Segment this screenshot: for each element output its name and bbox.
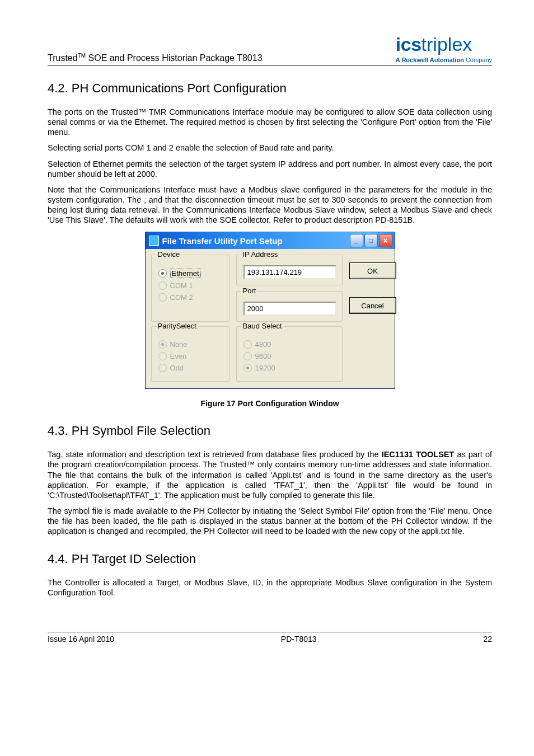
dialog-titlebar[interactable]: File Transfer Utility Port Setup _ □ × bbox=[146, 232, 395, 249]
logo-text-1: ics bbox=[396, 34, 421, 55]
heading-4-3: 4.3. PH Symbol File Selection bbox=[48, 424, 492, 438]
logo-tagline: A Rockwell Automation Company bbox=[396, 57, 492, 63]
radio-icon bbox=[158, 364, 167, 372]
port-group: Port bbox=[236, 291, 343, 322]
baud-legend: Baud Select bbox=[241, 322, 284, 330]
radio-parity-even: Even bbox=[158, 352, 223, 360]
parity-legend: ParitySelect bbox=[156, 322, 198, 330]
radio-icon bbox=[158, 269, 167, 278]
figure-17-caption: Figure 17 Port Configuration Window bbox=[200, 399, 339, 408]
radio-ethernet[interactable]: Ethernet bbox=[158, 269, 223, 278]
radio-baud-4800: 4800 bbox=[243, 340, 336, 349]
baud-group: Baud Select 4800 9600 19200 bbox=[236, 326, 343, 382]
radio-icon bbox=[158, 352, 167, 360]
minimize-button[interactable]: _ bbox=[350, 234, 363, 247]
radio-icon bbox=[243, 340, 252, 349]
ip-input[interactable] bbox=[243, 265, 336, 279]
radio-icon bbox=[158, 293, 167, 302]
radio-com2[interactable]: COM 2 bbox=[158, 293, 223, 302]
port-legend: Port bbox=[241, 287, 258, 295]
radio-com1[interactable]: COM 1 bbox=[158, 281, 223, 290]
heading-4-2: 4.2. PH Communications Port Configuratio… bbox=[48, 81, 492, 96]
radio-icon bbox=[243, 364, 252, 372]
cancel-button[interactable]: Cancel bbox=[349, 297, 396, 314]
footer-right: 22 bbox=[483, 635, 492, 644]
para-4-3-2: The symbol file is made available to the… bbox=[48, 506, 492, 536]
footer-left: Issue 16 April 2010 bbox=[48, 635, 114, 644]
ok-button[interactable]: OK bbox=[349, 262, 396, 279]
para-4-4-1: The Controller is allocated a Target, or… bbox=[48, 577, 492, 598]
page-footer: Issue 16 April 2010 PD-T8013 22 bbox=[48, 632, 492, 644]
para-4-3-1: Tag, state information and description t… bbox=[48, 449, 492, 500]
page-header: TrustedTM SOE and Process Historian Pack… bbox=[48, 34, 492, 65]
radio-icon bbox=[243, 352, 252, 360]
radio-icon bbox=[158, 340, 167, 349]
parity-group: ParitySelect None Even Odd bbox=[151, 326, 229, 382]
radio-baud-19200: 19200 bbox=[243, 364, 336, 372]
footer-center: PD-T8013 bbox=[281, 635, 317, 644]
port-input[interactable] bbox=[243, 302, 336, 316]
radio-baud-9600: 9600 bbox=[243, 352, 336, 360]
header-title: TrustedTM SOE and Process Historian Pack… bbox=[48, 53, 263, 63]
device-legend: Device bbox=[156, 250, 182, 259]
para-4-2-1: The ports on the Trusted™ TMR Communicat… bbox=[48, 107, 492, 137]
port-setup-dialog: File Transfer Utility Port Setup _ □ × D… bbox=[145, 232, 395, 389]
logo-text-2: triplex bbox=[421, 34, 472, 55]
dialog-title: File Transfer Utility Port Setup bbox=[162, 236, 350, 246]
para-4-2-4: Note that the Communications Interface m… bbox=[48, 185, 492, 226]
ip-legend: IP Address bbox=[241, 250, 280, 259]
para-4-2-2: Selecting serial ports COM 1 and 2 enabl… bbox=[48, 143, 492, 153]
heading-4-4: 4.4. PH Target ID Selection bbox=[48, 552, 492, 566]
logo: icstriplex A Rockwell Automation Company bbox=[396, 34, 492, 63]
para-4-2-3: Selection of Ethernet permits the select… bbox=[48, 159, 492, 179]
radio-icon bbox=[158, 281, 167, 290]
close-button[interactable]: × bbox=[379, 234, 392, 247]
maximize-button[interactable]: □ bbox=[364, 234, 378, 247]
app-icon bbox=[149, 236, 159, 246]
radio-parity-odd: Odd bbox=[158, 364, 223, 372]
ip-group: IP Address bbox=[236, 255, 343, 285]
radio-parity-none: None bbox=[158, 340, 223, 349]
device-group: Device Ethernet COM 1 COM 2 bbox=[151, 255, 229, 322]
